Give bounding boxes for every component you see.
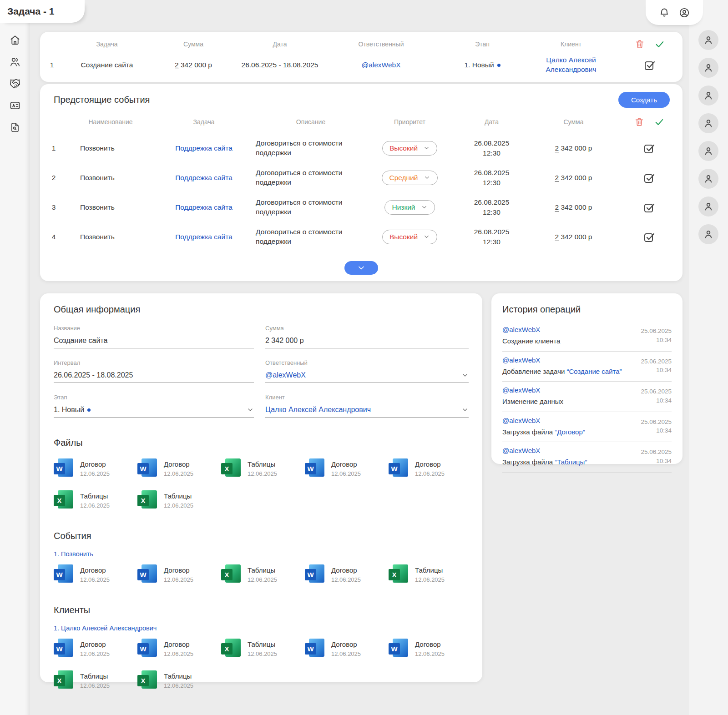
priority-select[interactable]: Низкий (384, 200, 435, 215)
avatar[interactable] (698, 30, 718, 50)
priority-select[interactable]: Высокий (382, 141, 437, 156)
sum-input[interactable]: 2 342 000 р (265, 337, 469, 348)
file-name: Таблицы (80, 672, 110, 680)
home-icon[interactable] (10, 35, 20, 45)
task-checkbox[interactable] (644, 59, 656, 71)
file-item[interactable]: WДоговор12.06.2025 (305, 564, 389, 585)
history-object-link[interactable]: “Таблицы” (555, 458, 587, 466)
file-item[interactable]: XТаблицы12.06.2025 (221, 638, 305, 659)
file-item[interactable]: WДоговор12.06.2025 (389, 638, 472, 659)
avatar[interactable] (698, 86, 718, 106)
file-item[interactable]: XТаблицы12.06.2025 (389, 564, 472, 585)
history-timestamp: 25.06.202510:34 (641, 447, 672, 465)
event-checkbox[interactable] (643, 172, 655, 184)
col-task: Задача (154, 118, 254, 126)
event-task-link[interactable]: Поддрежка сайта (154, 233, 254, 241)
history-user-link[interactable]: @alexWebX (502, 326, 540, 333)
delete-icon[interactable] (634, 117, 644, 127)
bell-icon[interactable] (659, 7, 670, 18)
avatar[interactable] (698, 141, 718, 161)
file-date: 12.06.2025 (331, 470, 361, 477)
event-task-link[interactable]: Поддрежка сайта (154, 144, 254, 152)
client-link[interactable]: 1. Цалко Алексей Александрович (54, 624, 469, 632)
handshake-icon[interactable] (10, 78, 20, 89)
avatar[interactable] (698, 224, 718, 244)
time: 12:30 (483, 149, 500, 157)
file-item[interactable]: XТаблицы12.06.2025 (221, 564, 305, 585)
profile-icon[interactable] (679, 7, 690, 18)
file-item[interactable]: WДоговор12.06.2025 (137, 458, 221, 479)
history-user-link[interactable]: @alexWebX (502, 386, 540, 394)
file-item[interactable]: XТаблицы12.06.2025 (54, 670, 137, 691)
field-label: Интервал (54, 359, 254, 366)
file-name: Таблицы (415, 566, 445, 574)
history-object-link[interactable]: “Создание сайта” (567, 368, 622, 375)
file-item[interactable]: XТаблицы12.06.2025 (221, 458, 305, 479)
confirm-icon[interactable] (654, 117, 664, 127)
stage-select[interactable]: 1. Новый (54, 406, 254, 418)
event-desc: Договориться о стоимости поддержки (254, 227, 368, 247)
task-owner-link[interactable]: @alexWebX (323, 61, 439, 69)
excel-file-icon: X (221, 458, 242, 479)
file-date: 12.06.2025 (164, 682, 193, 689)
file-item[interactable]: WДоговор12.06.2025 (305, 638, 389, 659)
sum-first-digit: 2 (175, 61, 179, 69)
event-row: 2 Позвонить Поддрежка сайта Договориться… (40, 163, 682, 192)
event-checkbox[interactable] (643, 231, 655, 243)
avatar[interactable] (698, 196, 718, 217)
confirm-icon[interactable] (655, 39, 665, 49)
history-object-link[interactable]: “Договор” (555, 428, 585, 436)
file-name: Договор (164, 566, 193, 574)
history-user-link[interactable]: @alexWebX (502, 447, 540, 454)
history-user-link[interactable]: @alexWebX (502, 417, 540, 424)
task-client-link[interactable]: Цалко Алексей Александрович (526, 55, 617, 75)
history-card: История операций @alexWebXСоздание клиен… (491, 293, 682, 464)
file-date: 12.06.2025 (80, 650, 110, 657)
priority-select[interactable]: Средний (382, 171, 437, 185)
create-button[interactable]: Создать (618, 92, 670, 108)
priority-select[interactable]: Высокий (382, 230, 437, 244)
avatar[interactable] (698, 113, 718, 133)
history-entry: @alexWebXЗагрузка файла “Договор” 25.06.… (502, 412, 672, 443)
stage-label: 1. Новый (54, 406, 84, 413)
client-select[interactable]: Цалко Алексей Александрович (265, 406, 469, 418)
app-sidebar (0, 0, 30, 715)
event-date: 26.08.202512:30 (452, 168, 531, 187)
file-item[interactable]: WДоговор12.06.2025 (137, 564, 221, 585)
document-search-icon[interactable] (10, 122, 20, 133)
user-icon (703, 201, 714, 212)
id-card-icon[interactable] (10, 100, 20, 111)
clients-icon[interactable] (10, 56, 20, 67)
sum-rest: 342 000 р (561, 203, 592, 211)
file-date: 12.06.2025 (331, 576, 361, 583)
event-link[interactable]: 1. Позвонить (54, 550, 469, 558)
file-item[interactable]: WДоговор12.06.2025 (389, 458, 472, 479)
delete-icon[interactable] (635, 39, 645, 49)
event-checkbox[interactable] (643, 142, 655, 154)
owner-select[interactable]: @alexWebX (265, 371, 469, 383)
file-item[interactable]: WДоговор12.06.2025 (54, 458, 137, 479)
file-item[interactable]: WДоговор12.06.2025 (54, 564, 137, 585)
event-task-link[interactable]: Поддрежка сайта (154, 203, 254, 211)
avatar[interactable] (698, 58, 718, 78)
file-item[interactable]: XТаблицы12.06.2025 (137, 490, 221, 511)
field-label: Этап (54, 394, 254, 401)
history-user-link[interactable]: @alexWebX (502, 356, 540, 364)
file-name: Таблицы (248, 460, 277, 468)
file-item[interactable]: WДоговор12.06.2025 (137, 638, 221, 659)
event-checkbox[interactable] (643, 201, 655, 213)
event-task-link[interactable]: Поддрежка сайта (154, 174, 254, 182)
interval-input[interactable]: 26.06.2025 - 18.08.2025 (54, 371, 254, 383)
expand-events-button[interactable] (344, 261, 378, 275)
avatar[interactable] (698, 169, 718, 189)
priority-label: Средний (389, 174, 418, 182)
word-file-icon: W (305, 564, 326, 585)
file-item[interactable]: WДоговор12.06.2025 (54, 638, 137, 659)
chevron-down-icon (423, 233, 430, 240)
name-input[interactable]: Создание сайта (54, 337, 254, 348)
word-file-icon: W (137, 458, 158, 479)
file-item[interactable]: XТаблицы12.06.2025 (137, 670, 221, 691)
file-item[interactable]: XТаблицы12.06.2025 (54, 490, 137, 511)
file-name: Таблицы (248, 640, 277, 648)
file-item[interactable]: WДоговор12.06.2025 (305, 458, 389, 479)
